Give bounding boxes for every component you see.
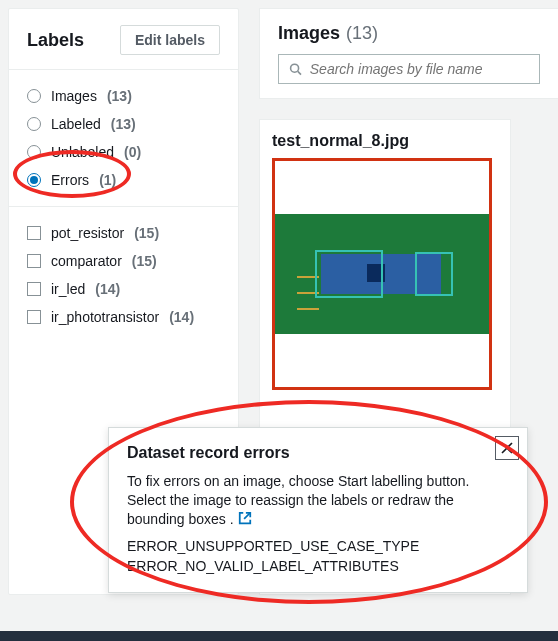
dataset-errors-tooltip: Dataset record errors To fix errors on a… [108,427,528,593]
filter-label: Errors [51,172,89,188]
svg-line-1 [298,71,301,74]
sidebar-title: Labels [27,30,84,51]
label-ir-led[interactable]: ir_led (14) [9,275,238,303]
tooltip-title: Dataset record errors [127,444,509,462]
label-list: pot_resistor (15) comparator (15) ir_led… [9,207,238,343]
tooltip-body: To fix errors on an image, choose Start … [127,472,509,530]
checkbox-icon [27,226,41,240]
filter-labeled[interactable]: Labeled (13) [9,110,238,138]
filter-label: Images [51,88,97,104]
radio-icon [27,117,41,131]
search-icon [289,62,302,76]
images-count: (13) [346,23,378,44]
label-count: (14) [169,309,194,325]
external-link-icon[interactable] [238,511,252,530]
label-count: (15) [132,253,157,269]
images-title: Images [278,23,340,44]
image-filename: test_normal_8.jpg [272,132,498,150]
radio-icon [27,89,41,103]
filter-count: (13) [107,88,132,104]
filter-label: Unlabeled [51,144,114,160]
image-thumbnail [272,158,492,390]
filter-errors[interactable]: Errors (1) [9,166,238,194]
edit-labels-button[interactable]: Edit labels [120,25,220,55]
checkbox-icon [27,254,41,268]
checkbox-icon [27,310,41,324]
filter-list: Images (13) Labeled (13) Unlabeled (0) E… [9,70,238,207]
images-header: Images (13) [278,23,540,44]
checkbox-icon [27,282,41,296]
filter-count: (1) [99,172,116,188]
label-pot-resistor[interactable]: pot_resistor (15) [9,219,238,247]
filter-images[interactable]: Images (13) [9,82,238,110]
radio-icon [27,173,41,187]
label-text: comparator [51,253,122,269]
filter-unlabeled[interactable]: Unlabeled (0) [9,138,238,166]
error-code: ERROR_NO_VALID_LABEL_ATTRIBUTES [127,558,509,574]
label-count: (15) [134,225,159,241]
label-count: (14) [95,281,120,297]
close-button[interactable] [495,436,519,460]
bounding-box [315,250,383,298]
sidebar-header: Labels Edit labels [9,9,238,70]
label-ir-phototransistor[interactable]: ir_phototransistor (14) [9,303,238,331]
image-preview [275,214,489,334]
images-panel: Images (13) [259,8,558,99]
bounding-box [415,252,453,296]
radio-icon [27,145,41,159]
search-input-wrap[interactable] [278,54,540,84]
footer-bar [0,631,558,641]
label-text: ir_led [51,281,85,297]
label-text: pot_resistor [51,225,124,241]
error-code: ERROR_UNSUPPORTED_USE_CASE_TYPE [127,538,509,554]
label-comparator[interactable]: comparator (15) [9,247,238,275]
svg-point-0 [291,64,299,72]
close-icon [501,442,513,454]
filter-count: (0) [124,144,141,160]
filter-count: (13) [111,116,136,132]
search-input[interactable] [310,61,529,77]
label-text: ir_phototransistor [51,309,159,325]
filter-label: Labeled [51,116,101,132]
tooltip-body-text: To fix errors on an image, choose Start … [127,473,469,527]
